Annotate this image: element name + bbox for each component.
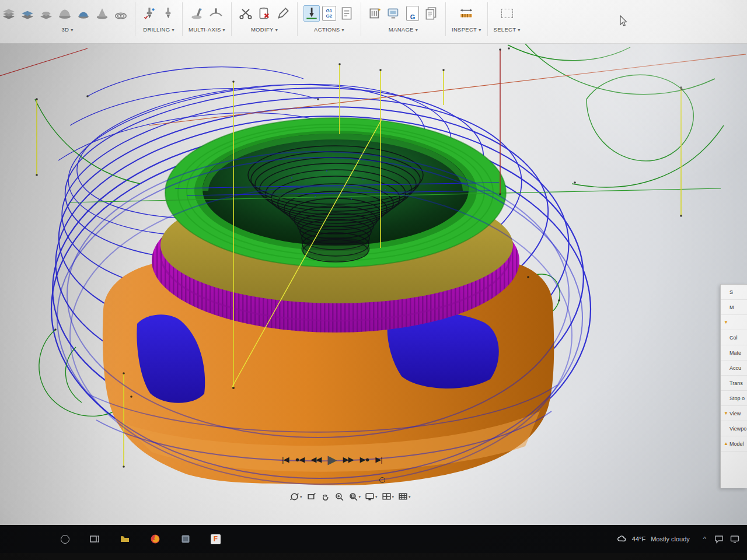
section-expander-icon: ▼ [724, 411, 729, 416]
steep-shallow-icon[interactable] [38, 5, 54, 22]
display-settings-icon[interactable]: ▾ [365, 492, 378, 502]
playback-go-to-end[interactable]: ▶| [375, 452, 382, 467]
edit-tool-icon[interactable] [275, 5, 291, 22]
measure-icon[interactable] [458, 5, 474, 22]
toolbar-group-modify: MODIFY▾ [233, 0, 296, 33]
menu-inspect[interactable]: INSPECT▾ [452, 26, 481, 33]
trim-scissors-icon[interactable] [238, 5, 254, 22]
sim-panel-row[interactable]: Stop o [721, 391, 747, 406]
parallel-icon[interactable] [57, 5, 73, 22]
tool-library-icon[interactable] [367, 5, 383, 22]
playback-go-to-start[interactable]: |◀ [282, 452, 288, 467]
weather-description[interactable]: Mostly cloudy [651, 536, 690, 542]
drilling-icon[interactable] [141, 5, 158, 22]
fusion-manufacture-screen: 3D▾ DRILLING▾ MULTI-AXIS▾ [0, 0, 747, 560]
sim-panel-section-toggle[interactable]: ▼View [721, 406, 747, 421]
chevron-down-icon: ▾ [71, 27, 73, 33]
tray-expand-icon[interactable]: ^ [703, 536, 706, 542]
look-at-icon[interactable] [306, 492, 316, 502]
taskbar-tray: 44°F Mostly cloudy ^ [616, 534, 740, 544]
firefox-icon[interactable] [150, 534, 160, 544]
fusion-app-icon[interactable]: F [211, 534, 221, 544]
toolbar-divider [445, 2, 446, 36]
sim-panel-row[interactable]: Accu [721, 360, 747, 376]
chevron-down-icon: ▾ [518, 27, 520, 33]
pan-hand-icon[interactable] [320, 492, 330, 502]
menu-actions[interactable]: ACTIONS▾ [314, 26, 344, 33]
setup-sheet-icon[interactable] [338, 5, 355, 22]
playback-previous-operation[interactable]: ●◀ [295, 452, 304, 467]
chevron-down-icon: ▾ [479, 27, 481, 33]
toolbar-divider [182, 2, 183, 36]
sim-panel-row[interactable]: Trans [721, 376, 747, 391]
zoom-window-icon[interactable]: ▾ [348, 492, 361, 502]
viewports-icon[interactable]: ▾ [382, 492, 395, 502]
cortana-icon[interactable] [61, 535, 69, 544]
menu-multiaxis[interactable]: MULTI-AXIS▾ [189, 26, 225, 33]
post-process-icon[interactable]: G1G2 [322, 6, 336, 21]
spiral-icon[interactable] [94, 5, 110, 22]
toolbar-group-actions: G1G2 ACTIONS▾ [299, 0, 359, 33]
weather-temperature[interactable]: 44°F [632, 536, 645, 542]
delete-toolpath-icon[interactable] [256, 5, 273, 22]
windows-taskbar: F 44°F Mostly cloudy ^ [0, 525, 747, 553]
toolbar-group-3d: 3D▾ [1, 0, 134, 33]
adaptive-clearing-icon[interactable] [1, 5, 17, 22]
post-library-icon[interactable]: G [404, 5, 421, 22]
3d-viewport[interactable]: |◀ ●◀ ◀◀ ▶ ▶▶ ▶● ▶| ▾ ▾ ▾ ▾ ▾ S M ▼ Col … [0, 44, 747, 525]
multiaxis-contour-icon[interactable] [208, 5, 224, 22]
toolbar-divider [487, 2, 488, 36]
sim-panel-row[interactable]: Mate [721, 345, 747, 360]
sim-panel-section-toggle[interactable]: ▲Model [721, 436, 747, 452]
task-view-icon[interactable] [89, 534, 100, 544]
section-expander-icon: ▲ [724, 441, 729, 446]
bore-milling-icon[interactable] [160, 5, 176, 22]
display-tray-icon[interactable] [729, 534, 740, 544]
grid-settings-icon[interactable]: ▾ [398, 492, 411, 502]
simulation-slider-handle[interactable] [379, 477, 385, 483]
playback-play-backward[interactable]: ◀◀ [310, 452, 321, 467]
playback-fast-forward[interactable]: ▶▶ [343, 452, 353, 467]
machine-library-icon[interactable] [386, 5, 402, 22]
toolbar-group-inspect: INSPECT▾ [447, 0, 486, 33]
toolbar-group-select: SELECT▾ [489, 0, 525, 33]
window-selection-icon[interactable] [499, 5, 515, 22]
pocket-clearing-icon[interactable] [19, 5, 36, 22]
swarf-icon[interactable] [189, 5, 205, 22]
menu-modify[interactable]: MODIFY▾ [251, 26, 278, 33]
simulate-icon[interactable] [303, 5, 320, 22]
sim-panel-row[interactable]: Viewpo [721, 421, 747, 436]
sim-panel-section-toggle[interactable]: ▼ [721, 315, 747, 330]
playback-next-operation[interactable]: ▶● [359, 452, 369, 467]
playback-play-button[interactable]: ▶ [327, 452, 336, 467]
toolbar-group-manage: G MANAGE▾ [362, 0, 444, 33]
templates-icon[interactable] [423, 5, 439, 22]
menu-select[interactable]: SELECT▾ [494, 26, 521, 33]
sim-panel-row[interactable]: S [721, 285, 747, 300]
notification-bubble-icon[interactable] [714, 534, 724, 544]
chevron-down-icon: ▾ [416, 27, 418, 33]
simulation-playback-controls: |◀ ●◀ ◀◀ ▶ ▶▶ ▶● ▶| [282, 452, 382, 467]
weather-cloud-icon[interactable] [616, 534, 627, 544]
laptop-bezel [0, 553, 747, 560]
sim-panel-row[interactable]: M [721, 300, 747, 315]
taskbar-left-icons: F [61, 534, 221, 544]
orbit-icon[interactable]: ▾ [289, 492, 302, 502]
menu-3d[interactable]: 3D▾ [61, 26, 73, 33]
zoom-icon[interactable] [334, 492, 344, 502]
app-icon-generic[interactable] [180, 534, 191, 544]
chevron-down-icon: ▾ [223, 27, 225, 33]
file-explorer-icon[interactable] [120, 534, 130, 544]
chevron-down-icon: ▾ [275, 27, 278, 33]
mouse-cursor [620, 15, 629, 29]
sim-panel-row[interactable]: Col [721, 330, 747, 345]
toolbar-divider [297, 2, 298, 36]
ribbon-toolbar: 3D▾ DRILLING▾ MULTI-AXIS▾ [0, 0, 747, 44]
menu-manage[interactable]: MANAGE▾ [389, 26, 418, 33]
toolbar-divider [231, 2, 232, 36]
scallop-icon[interactable] [75, 5, 92, 22]
morphed-spiral-icon[interactable] [113, 5, 129, 22]
chevron-down-icon: ▾ [172, 27, 174, 33]
toolbar-group-drilling: DRILLING▾ [137, 0, 181, 33]
menu-drilling[interactable]: DRILLING▾ [143, 26, 174, 33]
